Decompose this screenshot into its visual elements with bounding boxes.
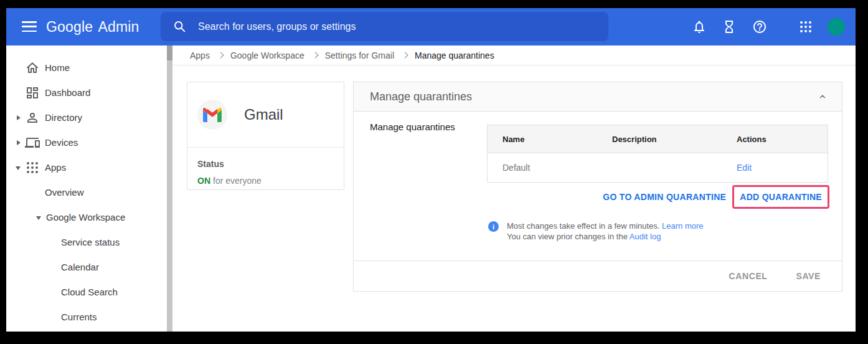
notifications-bell-icon[interactable] bbox=[692, 19, 707, 34]
gmail-card-header: Gmail bbox=[187, 82, 344, 148]
breadcrumb-settings-for-gmail[interactable]: Settings for Gmail bbox=[325, 50, 394, 60]
quarantine-name-cell: Default bbox=[488, 163, 612, 173]
add-quarantine-button[interactable]: ADD QUARANTINE bbox=[740, 192, 822, 202]
save-button[interactable]: SAVE bbox=[796, 271, 821, 281]
help-icon[interactable] bbox=[752, 19, 767, 34]
sidebar-item-label: Calendar bbox=[61, 262, 99, 272]
cancel-button[interactable]: CANCEL bbox=[729, 271, 768, 281]
sidebar-item-directory[interactable]: Directory bbox=[6, 105, 167, 130]
gmail-logo-circle bbox=[197, 100, 227, 130]
expand-down-icon[interactable] bbox=[16, 166, 21, 170]
sidebar-item-google-workspace[interactable]: Google Workspace bbox=[6, 205, 167, 230]
note-text: Most changes take effect in a few minute… bbox=[507, 221, 704, 242]
breadcrumb-google-workspace[interactable]: Google Workspace bbox=[230, 50, 304, 60]
menu-icon[interactable] bbox=[22, 21, 37, 32]
person-icon bbox=[25, 110, 40, 125]
account-avatar[interactable] bbox=[828, 18, 845, 36]
topbar: Google Admin bbox=[6, 8, 856, 45]
sidebar-item-label: Cloud Search bbox=[61, 287, 118, 297]
gmail-app-card: Gmail Status ONfor everyone bbox=[187, 82, 344, 190]
app-title: Gmail bbox=[244, 106, 283, 123]
logo-google-text: Google bbox=[46, 19, 93, 36]
scrollbar-thumb[interactable] bbox=[167, 45, 172, 60]
add-quarantine-highlight-box: ADD QUARANTINE bbox=[732, 185, 829, 209]
breadcrumb: Apps Google Workspace Settings for Gmail… bbox=[172, 45, 856, 65]
search-icon bbox=[173, 20, 186, 33]
panel-title: Manage quarantines bbox=[370, 90, 472, 103]
status-value-line: ONfor everyone bbox=[197, 176, 334, 186]
chevron-right-icon bbox=[402, 52, 408, 59]
google-admin-logo[interactable]: Google Admin bbox=[46, 8, 139, 45]
column-header-name: Name bbox=[488, 135, 612, 144]
panel-footer: CANCEL SAVE bbox=[354, 260, 842, 291]
dashboard-icon bbox=[25, 85, 40, 100]
devices-icon bbox=[25, 135, 40, 150]
sidebar-item-label: Apps bbox=[45, 162, 66, 173]
expand-right-icon[interactable] bbox=[17, 115, 21, 120]
collapse-chevron-up-icon[interactable] bbox=[818, 92, 827, 101]
sidebar-item-overview[interactable]: Overview bbox=[6, 180, 167, 205]
column-header-description: Description bbox=[612, 135, 737, 144]
panel-body: Manage quarantines Name Description Acti… bbox=[354, 112, 842, 261]
apps-dots-icon bbox=[25, 160, 40, 175]
apps-grid-icon[interactable] bbox=[798, 19, 813, 34]
manage-quarantines-panel: Manage quarantines Manage quarantines Na… bbox=[353, 82, 842, 292]
breadcrumb-apps[interactable]: Apps bbox=[190, 50, 210, 60]
chevron-right-icon bbox=[312, 52, 318, 59]
sidebar-item-label: Google Workspace bbox=[46, 212, 125, 222]
learn-more-link[interactable]: Learn more bbox=[662, 221, 703, 231]
edit-link[interactable]: Edit bbox=[737, 163, 752, 173]
sidebar-item-apps[interactable]: Apps bbox=[6, 155, 167, 180]
table-row: Default Edit bbox=[488, 153, 828, 182]
search-input[interactable] bbox=[197, 21, 583, 33]
panel-header[interactable]: Manage quarantines bbox=[354, 82, 842, 112]
quarantines-table: Name Description Actions Default Edit bbox=[487, 125, 828, 183]
chevron-right-icon bbox=[217, 52, 224, 59]
sidebar-scrollbar[interactable] bbox=[167, 45, 172, 332]
sidebar-item-label: Dashboard bbox=[45, 87, 90, 98]
column-header-actions: Actions bbox=[737, 135, 828, 144]
sidebar-item-label: Devices bbox=[45, 137, 78, 148]
sidebar-item-currents[interactable]: Currents bbox=[6, 305, 167, 330]
note-line2: You can view prior changes in the bbox=[507, 232, 628, 241]
tasks-hourglass-icon[interactable] bbox=[722, 19, 737, 34]
status-on-badge: ON bbox=[197, 176, 210, 186]
expand-down-icon[interactable] bbox=[36, 216, 41, 220]
sidebar-item-service-status[interactable]: Service status bbox=[6, 230, 167, 255]
breadcrumb-manage-quarantines: Manage quarantines bbox=[415, 50, 494, 60]
search-bar[interactable] bbox=[161, 12, 608, 41]
sidebar-item-devices[interactable]: Devices bbox=[6, 130, 167, 155]
note-line1: Most changes take effect in a few minute… bbox=[507, 221, 659, 231]
sidebar-item-label: Currents bbox=[61, 312, 97, 322]
section-label: Manage quarantines bbox=[370, 122, 455, 132]
sidebar-item-cloud-search[interactable]: Cloud Search bbox=[6, 280, 167, 305]
status-label: Status bbox=[197, 159, 334, 169]
status-suffix: for everyone bbox=[213, 176, 262, 186]
sidebar-item-label: Service status bbox=[61, 237, 120, 247]
sidebar-item-calendar[interactable]: Calendar bbox=[6, 255, 167, 280]
home-icon bbox=[25, 60, 40, 75]
sidebar-item-label: Overview bbox=[45, 187, 84, 198]
quarantine-actions-row: GO TO ADMIN QUARANTINE ADD QUARANTINE bbox=[603, 185, 829, 209]
info-icon: i bbox=[488, 221, 499, 232]
expand-right-icon[interactable] bbox=[17, 140, 21, 145]
sidebar-item-dashboard[interactable]: Dashboard bbox=[6, 80, 167, 105]
info-note: i Most changes take effect in a few minu… bbox=[488, 221, 704, 242]
sidebar-item-home[interactable]: Home bbox=[6, 55, 167, 80]
gmail-card-status-section: Status ONfor everyone bbox=[187, 148, 344, 186]
logo-admin-text: Admin bbox=[98, 19, 139, 36]
sidebar-item-label: Home bbox=[45, 62, 70, 73]
admin-console-window: Google Admin Home bbox=[6, 8, 856, 332]
gmail-icon bbox=[203, 108, 222, 122]
audit-log-link[interactable]: Audit log bbox=[630, 232, 661, 241]
table-header-row: Name Description Actions bbox=[488, 125, 828, 153]
go-to-admin-quarantine-button[interactable]: GO TO ADMIN QUARANTINE bbox=[603, 192, 726, 202]
sidebar: Home Dashboard Directory Devices Apps bbox=[6, 45, 167, 332]
sidebar-item-label: Directory bbox=[45, 112, 82, 123]
main-content: Apps Google Workspace Settings for Gmail… bbox=[172, 45, 856, 332]
